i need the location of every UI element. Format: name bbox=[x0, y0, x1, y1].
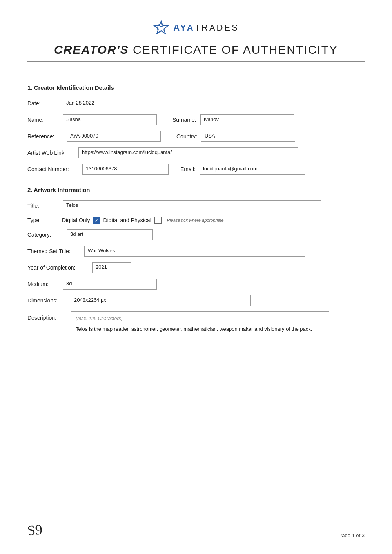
page-header: AYATRADES CREATOR'S CERTIFICATE OF AUTHE… bbox=[27, 20, 365, 73]
category-row: Category: 3d art bbox=[27, 229, 365, 240]
title-divider bbox=[27, 61, 365, 62]
name-label: Name: bbox=[27, 117, 59, 123]
themed-label: Themed Set Title: bbox=[27, 248, 80, 254]
dimensions-label: Dimensions: bbox=[27, 297, 67, 304]
weblink-row: Artist Web Link: https://www.instagram.c… bbox=[27, 147, 365, 158]
reference-label: Reference: bbox=[27, 133, 63, 139]
date-input[interactable]: Jan 28 2022 bbox=[63, 98, 149, 109]
signature: S9 bbox=[27, 521, 43, 539]
artwork-title-input[interactable]: Telos bbox=[63, 200, 321, 211]
section1-creator: 1. Creator Identification Details Date: … bbox=[27, 84, 365, 175]
weblink-label: Artist Web Link: bbox=[27, 150, 74, 156]
section2-artwork: 2. Artwork Information Title: Telos Type… bbox=[27, 186, 365, 382]
section2-title: 2. Artwork Information bbox=[27, 186, 365, 193]
logo-icon bbox=[153, 20, 169, 36]
type-option2-checkbox[interactable] bbox=[154, 217, 162, 224]
logo-area: AYATRADES bbox=[153, 20, 239, 36]
page-footer: S9 Page 1 of 3 bbox=[27, 522, 365, 538]
year-row: Year of Completion: 2021 bbox=[27, 262, 365, 273]
description-placeholder: (max. 125 Characters) bbox=[76, 316, 324, 321]
contact-row: Contact Number: 13106006378 Email: lucid… bbox=[27, 164, 365, 175]
page-number: Page 1 of 3 bbox=[339, 532, 365, 538]
contact-input[interactable]: 13106006378 bbox=[82, 164, 169, 175]
category-input[interactable]: 3d art bbox=[67, 229, 153, 240]
country-input[interactable]: USA bbox=[201, 131, 295, 142]
dimensions-row: Dimensions: 2048x2264 px bbox=[27, 295, 365, 306]
description-label: Description: bbox=[27, 311, 67, 321]
description-text: Telos is the map reader, astronomer, geo… bbox=[76, 325, 324, 333]
category-label: Category: bbox=[27, 232, 63, 238]
country-label: Country: bbox=[176, 133, 197, 139]
date-label: Date: bbox=[27, 100, 59, 107]
type-option1-text: Digital Only bbox=[62, 217, 90, 223]
name-input[interactable]: Sasha bbox=[63, 114, 157, 125]
artwork-title-label: Title: bbox=[27, 203, 59, 209]
email-label: Email: bbox=[180, 166, 196, 172]
logo-text: AYATRADES bbox=[173, 23, 239, 33]
description-row: Description: (max. 125 Characters) Telos… bbox=[27, 311, 365, 382]
year-label: Year of Completion: bbox=[27, 264, 88, 271]
description-box[interactable]: (max. 125 Characters) Telos is the map r… bbox=[71, 311, 329, 382]
medium-row: Medium: 3d bbox=[27, 279, 365, 290]
date-row: Date: Jan 28 2022 bbox=[27, 98, 365, 109]
type-option2-text: Digital and Physical bbox=[103, 217, 151, 223]
medium-label: Medium: bbox=[27, 281, 59, 287]
themed-input[interactable]: War Wolves bbox=[84, 246, 305, 257]
weblink-input[interactable]: https://www.instagram.com/lucidquanta/ bbox=[78, 147, 298, 158]
type-row: Type: Digital Only Digital and Physical … bbox=[27, 217, 365, 224]
reference-input[interactable]: AYA-000070 bbox=[67, 131, 161, 142]
dimensions-input[interactable]: 2048x2264 px bbox=[71, 295, 251, 306]
type-label: Type: bbox=[27, 217, 59, 223]
medium-input[interactable]: 3d bbox=[63, 279, 157, 290]
certificate-page: AYATRADES CREATOR'S CERTIFICATE OF AUTHE… bbox=[0, 0, 392, 554]
themed-row: Themed Set Title: War Wolves bbox=[27, 246, 365, 257]
surname-label: Surname: bbox=[172, 117, 196, 123]
type-tick-note: Please tick where appropriate bbox=[167, 218, 224, 223]
reference-row: Reference: AYA-000070 Country: USA bbox=[27, 131, 365, 142]
surname-input[interactable]: Ivanov bbox=[200, 114, 294, 125]
name-row: Name: Sasha Surname: Ivanov bbox=[27, 114, 365, 125]
year-input[interactable]: 2021 bbox=[92, 262, 131, 273]
email-input[interactable]: lucidquanta@gmail.com bbox=[200, 164, 305, 175]
page-title: CREATOR'S CERTIFICATE OF AUTHENTICITY bbox=[54, 43, 338, 56]
artwork-title-row: Title: Telos bbox=[27, 200, 365, 211]
section1-title: 1. Creator Identification Details bbox=[27, 84, 365, 91]
type-option1-checkbox[interactable] bbox=[93, 217, 100, 224]
contact-label: Contact Number: bbox=[27, 166, 78, 172]
